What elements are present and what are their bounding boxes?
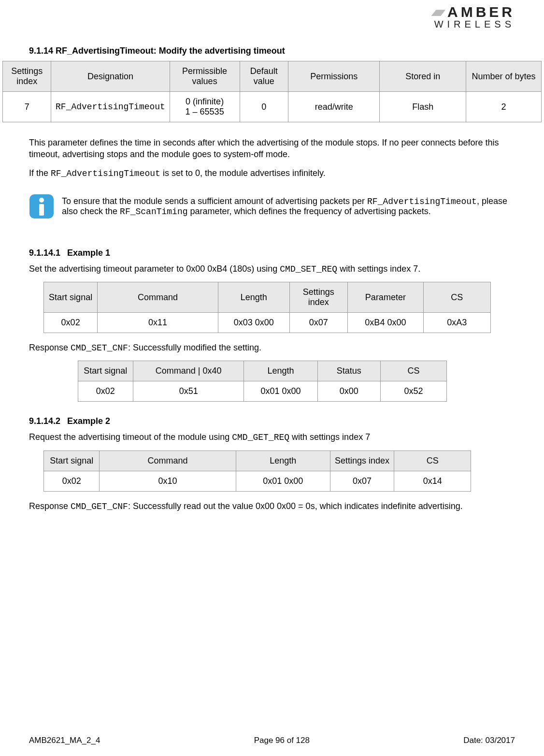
section-number: 9.1.14: [29, 46, 53, 56]
cell-stored: Flash: [380, 92, 466, 122]
example-1-request-table: Start signal Command Length Settings ind…: [43, 282, 491, 333]
svg-point-1: [39, 198, 44, 203]
th-bytes: Number of bytes: [466, 61, 541, 92]
example-2-intro: Request the advertising timeout of the m…: [29, 431, 515, 443]
th-default: Default value: [240, 61, 288, 92]
example-2-title: Example 2: [67, 416, 110, 426]
info-icon: [29, 194, 54, 219]
th-permissible: Permissible values: [170, 61, 240, 92]
table-row: 7 RF_AdvertisingTimeout 0 (infinite) 1 –…: [3, 92, 542, 122]
cell-default: 0: [240, 92, 288, 122]
info-note: To ensure that the module sends a suffic…: [29, 194, 515, 219]
table-row: 0x02 0x10 0x01 0x00 0x07 0x14: [44, 471, 471, 491]
description-paragraph-1: This parameter defines the time in secon…: [29, 137, 515, 160]
example-1-intro: Set the advertising timeout parameter to…: [29, 263, 515, 275]
note-text: To ensure that the module sends a suffic…: [62, 196, 515, 217]
example-1-title: Example 1: [67, 248, 110, 258]
cell-designation: RF_AdvertisingTimeout: [51, 92, 170, 122]
example-2-number: 9.1.14.2: [29, 416, 60, 426]
example-1-heading: 9.1.14.1Example 1: [29, 248, 515, 258]
section-title-text: RF_AdvertisingTimeout: Modify the advert…: [56, 46, 285, 56]
brand-logo: ▰AMBER WIRELESS: [431, 5, 515, 29]
footer-doc-id: AMB2621_MA_2_4: [29, 736, 100, 745]
th-stored: Stored in: [380, 61, 466, 92]
cell-permissible: 0 (infinite) 1 – 65535: [170, 92, 240, 122]
th-designation: Designation: [51, 61, 170, 92]
table-row: 0x02 0x11 0x03 0x00 0x07 0xB4 0x00 0xA3: [44, 313, 491, 333]
footer-page-number: Page 96 of 128: [254, 736, 310, 745]
page-footer: AMB2621_MA_2_4 Page 96 of 128 Date: 03/2…: [29, 736, 515, 745]
th-permissions: Permissions: [288, 61, 380, 92]
settings-table: Settings index Designation Permissible v…: [2, 61, 542, 122]
table-row: 0x02 0x51 0x01 0x00 0x00 0x52: [78, 381, 447, 402]
footer-date: Date: 03/2017: [463, 736, 515, 745]
example-1-number: 9.1.14.1: [29, 248, 60, 258]
example-1-response-table: Start signal Command | 0x40 Length Statu…: [78, 361, 447, 402]
description-paragraph-2: If the RF_AdvertisingTimeout is set to 0…: [29, 167, 515, 179]
example-2-heading: 9.1.14.2Example 2: [29, 416, 515, 426]
example-1-response-text: Response CMD_SET_CNF: Successfully modif…: [29, 342, 515, 354]
logo-top: AMBER: [447, 5, 515, 18]
svg-rect-2: [39, 204, 44, 216]
example-2-request-table: Start signal Command Length Settings ind…: [43, 451, 471, 492]
cell-index: 7: [3, 92, 51, 122]
th-settings-index: Settings index: [3, 61, 51, 92]
logo-bottom: WIRELESS: [431, 20, 515, 29]
cell-bytes: 2: [466, 92, 541, 122]
example-2-response-text: Response CMD_GET_CNF: Successfully read …: [29, 500, 515, 512]
cell-permissions: read/write: [288, 92, 380, 122]
section-heading: 9.1.14 RF_AdvertisingTimeout: Modify the…: [29, 46, 515, 56]
